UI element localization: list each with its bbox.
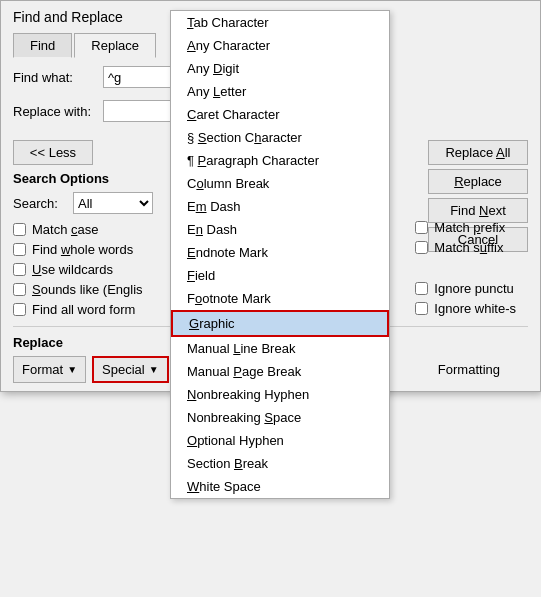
ignore-punct-row: Ignore punctu [403, 279, 528, 298]
search-select[interactable]: All Up Down [73, 192, 153, 214]
dropdown-item-page-break[interactable]: Manual Page Break [171, 360, 389, 383]
ignore-white-checkbox[interactable] [415, 302, 428, 315]
match-prefix-checkbox[interactable] [415, 221, 428, 234]
ignore-punct-label: Ignore punctu [434, 281, 514, 296]
replace-button[interactable]: Replace [428, 169, 528, 194]
special-button[interactable]: Special ▼ [92, 356, 169, 383]
find-whole-words-label: Find whole words [32, 242, 133, 257]
dropdown-item-section-break[interactable]: Section Break [171, 452, 389, 475]
match-suffix-checkbox[interactable] [415, 241, 428, 254]
replace-all-button[interactable]: Replace All [428, 140, 528, 165]
ignore-white-label: Ignore white-s [434, 301, 516, 316]
tab-find[interactable]: Find [13, 33, 72, 58]
dropdown-item-em-dash[interactable]: Em Dash [171, 195, 389, 218]
dropdown-item-section[interactable]: § Section Character [171, 126, 389, 149]
match-case-row: Match case [1, 220, 155, 239]
match-prefix-label: Match prefix [434, 220, 505, 235]
dropdown-item-nonbreak-hyphen[interactable]: Nonbreaking Hyphen [171, 383, 389, 406]
special-arrow-icon: ▼ [149, 364, 159, 375]
replace-with-label: Replace with: [13, 104, 103, 119]
dropdown-item-field[interactable]: Field [171, 264, 389, 287]
dropdown-item-line-break[interactable]: Manual Line Break [171, 337, 389, 360]
match-prefix-row: Match prefix [403, 218, 528, 237]
use-wildcards-label: Use wildcards [32, 262, 113, 277]
dropdown-item-tab[interactable]: Tab Character [171, 11, 389, 34]
dropdown-item-any-digit[interactable]: Any Digit [171, 57, 389, 80]
find-all-forms-label: Find all word form [32, 302, 135, 317]
format-arrow-icon: ▼ [67, 364, 77, 375]
sounds-like-row: Sounds like (Englis [1, 280, 155, 299]
left-checkboxes: Match case Find whole words Use wildcard… [1, 220, 155, 320]
dropdown-item-endnote[interactable]: Endnote Mark [171, 241, 389, 264]
tab-replace-label: Replace [91, 38, 139, 53]
use-wildcards-row: Use wildcards [1, 260, 155, 279]
match-case-label: Match case [32, 222, 98, 237]
tab-find-label: Find [30, 38, 55, 53]
match-case-checkbox[interactable] [13, 223, 26, 236]
tab-replace[interactable]: Replace [74, 33, 156, 58]
find-whole-words-checkbox[interactable] [13, 243, 26, 256]
dropdown-item-caret[interactable]: Caret Character [171, 103, 389, 126]
match-suffix-row: Match suffix [403, 238, 528, 257]
ignore-white-row: Ignore white-s [403, 299, 528, 318]
dropdown-item-graphic[interactable]: Graphic [171, 310, 389, 337]
find-all-forms-checkbox[interactable] [13, 303, 26, 316]
dropdown-item-any-letter[interactable]: Any Letter [171, 80, 389, 103]
dropdown-item-optional-hyphen[interactable]: Optional Hyphen [171, 429, 389, 452]
sounds-like-checkbox[interactable] [13, 283, 26, 296]
dropdown-item-nonbreak-space[interactable]: Nonbreaking Space [171, 406, 389, 429]
search-label: Search: [13, 196, 73, 211]
sounds-like-label: Sounds like (Englis [32, 282, 143, 297]
find-all-forms-row: Find all word form [1, 300, 155, 319]
dropdown-item-footnote[interactable]: Footnote Mark [171, 287, 389, 310]
format-button[interactable]: Format ▼ [13, 356, 86, 383]
less-button[interactable]: << Less [13, 140, 93, 165]
dropdown-item-column-break[interactable]: Column Break [171, 172, 389, 195]
dropdown-item-paragraph[interactable]: ¶ Paragraph Character [171, 149, 389, 172]
formatting-label: Formatting [438, 362, 500, 377]
ignore-punct-checkbox[interactable] [415, 282, 428, 295]
find-what-label: Find what: [13, 70, 103, 85]
dropdown-item-en-dash[interactable]: En Dash [171, 218, 389, 241]
match-suffix-label: Match suffix [434, 240, 503, 255]
special-dropdown: Tab Character Any Character Any Digit An… [170, 10, 390, 499]
right-checkboxes: Match prefix Match suffix Ignore punctu … [403, 218, 528, 319]
find-whole-words-row: Find whole words [1, 240, 155, 259]
dropdown-item-any-char[interactable]: Any Character [171, 34, 389, 57]
dropdown-item-white-space[interactable]: White Space [171, 475, 389, 498]
use-wildcards-checkbox[interactable] [13, 263, 26, 276]
